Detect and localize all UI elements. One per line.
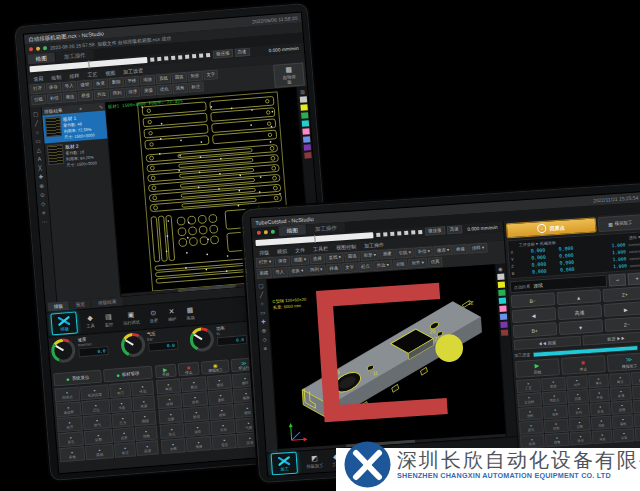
- machine-button[interactable]: ▪ 除尘: [159, 423, 185, 439]
- layer-chip[interactable]: [390, 232, 394, 236]
- draw-tool-icon[interactable]: ⊙: [40, 192, 45, 198]
- layer-chip[interactable]: [411, 230, 415, 234]
- machine-button[interactable]: ▪ 润滑: [185, 421, 211, 437]
- machine-button[interactable]: ▪ 吹气: [82, 414, 111, 430]
- menu-item[interactable]: 绘制: [51, 73, 61, 80]
- axis-jog-button[interactable]: 高速: [557, 304, 602, 320]
- toolbar-button[interactable]: 新建: [256, 268, 271, 279]
- color-swatch[interactable]: [300, 104, 307, 111]
- toolbar-button[interactable]: 平移: [124, 76, 140, 87]
- quick-button[interactable]: 高速: [446, 225, 461, 234]
- machine-button[interactable]: ▪ 水阀: [160, 438, 186, 454]
- toolbar-button[interactable]: 排序: [125, 87, 141, 98]
- toolbar-button[interactable]: 补偿: [46, 93, 62, 104]
- toolbar-button[interactable]: 文字: [203, 69, 219, 80]
- menu-item[interactable]: 文件: [295, 246, 305, 253]
- machine-button[interactable]: ▪ 抬枪: [135, 425, 157, 441]
- draw-tool-icon[interactable]: ≡: [263, 345, 267, 351]
- toolbar-button[interactable]: 打开: [30, 83, 46, 94]
- toolbar-button[interactable]: 阵列: [109, 88, 125, 99]
- run-action-button[interactable]: ■ 停止: [561, 355, 606, 375]
- machine-button[interactable]: ▪ 抬枪: [591, 416, 613, 430]
- toolbar-button[interactable]: 导入: [272, 267, 287, 278]
- toolbar-button[interactable]: 引线 ▾: [395, 247, 414, 258]
- toolbar-button[interactable]: 矩形: [187, 71, 203, 82]
- color-swatch[interactable]: [498, 282, 505, 288]
- layer-chip[interactable]: [150, 57, 154, 61]
- machine-button[interactable]: ▪ 退料: [208, 389, 234, 405]
- menu-item[interactable]: 加工操作: [364, 241, 384, 248]
- machine-button[interactable]: ▪ 卡盘: [111, 397, 133, 413]
- run-action-button[interactable]: ▶ 开始: [154, 364, 176, 379]
- toolbar-button[interactable]: 直线 ▾: [325, 252, 344, 263]
- maximize-icon[interactable]: [43, 46, 47, 50]
- nav-item[interactable]: ⊙ 设置: [149, 309, 158, 324]
- toolbar-button[interactable]: 微连: [62, 92, 78, 103]
- draw-tool-icon[interactable]: ✚: [38, 174, 43, 180]
- layer-chip[interactable]: [178, 55, 182, 59]
- color-swatch[interactable]: [498, 290, 505, 296]
- minimize-icon[interactable]: [36, 47, 40, 51]
- machine-button[interactable]: ▪ 定位: [81, 399, 110, 415]
- machine-button[interactable]: ▪ 回零: [567, 389, 589, 403]
- quick-button[interactable]: 微连接: [213, 49, 233, 59]
- toolbar-button[interactable]: 优化: [157, 84, 173, 95]
- layer-icon[interactable]: ▥: [300, 89, 305, 94]
- machine-button[interactable]: ▪ 走边框: [517, 392, 542, 407]
- toolbar-button[interactable]: 引线: [31, 94, 47, 105]
- run-action-button[interactable]: ■ 停止: [177, 362, 199, 377]
- machine-button[interactable]: ▪ 标定: [114, 442, 136, 458]
- toolbar-button[interactable]: 测量: [380, 249, 395, 260]
- machine-button[interactable]: ▪ 回原点: [54, 386, 80, 402]
- machine-button[interactable]: ▪ 断点: [181, 376, 207, 392]
- axis-jog-button[interactable]: Z+: [602, 286, 640, 302]
- quick-button[interactable]: 微连接: [425, 226, 445, 235]
- machine-button[interactable]: ▪ 吹气: [568, 403, 590, 417]
- color-swatch[interactable]: [499, 305, 506, 311]
- run-action-button[interactable]: ◉ 模拟加工: [201, 359, 230, 374]
- menu-item[interactable]: 加工设置: [123, 67, 143, 75]
- draw-tool-icon[interactable]: ╱: [35, 120, 39, 126]
- toolbar-button[interactable]: 仿真: [428, 257, 443, 268]
- color-swatch[interactable]: [497, 274, 504, 280]
- machine-button[interactable]: ▪ 测厚: [186, 436, 212, 452]
- list-icon[interactable]: ≡: [79, 106, 82, 111]
- system-button[interactable]: ● 系统复位: [53, 370, 102, 387]
- machine-button[interactable]: ▪ 寻边: [131, 381, 153, 397]
- layer-chip[interactable]: [206, 53, 210, 57]
- close-icon[interactable]: [257, 231, 261, 235]
- draw-tool-icon[interactable]: ⊕: [39, 183, 44, 189]
- toolbar-button[interactable]: 补偿 ▾: [414, 246, 433, 257]
- close-icon[interactable]: [29, 47, 33, 51]
- color-swatch[interactable]: [499, 297, 506, 303]
- machine-button[interactable]: ▪ 单段: [156, 378, 182, 394]
- color-swatch[interactable]: [301, 120, 308, 127]
- toolbar-button[interactable]: 圆弧: [345, 251, 360, 262]
- draw-tool-icon[interactable]: ▭: [260, 309, 266, 315]
- draw-tool-icon[interactable]: ▢: [258, 283, 264, 289]
- machine-button[interactable]: ▪ 照明: [183, 406, 209, 422]
- machine-button[interactable]: ▪ 调高: [85, 444, 114, 460]
- machine-button[interactable]: ▪ 清渣: [136, 440, 158, 456]
- toolbar-button[interactable]: 保存: [275, 256, 290, 267]
- axis-jog-button[interactable]: ▲: [556, 289, 601, 305]
- machine-button[interactable]: ▪ 切割: [544, 419, 569, 434]
- nav-item[interactable]: ▦ 高级: [185, 306, 194, 321]
- draw-tool-icon[interactable]: ≡: [42, 210, 46, 216]
- machine-button[interactable]: ▪ 交换: [158, 408, 184, 424]
- toolbar-button[interactable]: 直线: [156, 73, 172, 84]
- layer-chip[interactable]: [171, 56, 175, 60]
- quick-button[interactable]: 高速: [234, 48, 250, 57]
- machine-button[interactable]: ▪ 巡边: [211, 434, 237, 450]
- toolbar-button[interactable]: 清角: [172, 83, 188, 94]
- maximize-icon[interactable]: [271, 230, 275, 234]
- machine-button[interactable]: ▪ 松开: [57, 416, 83, 432]
- machine-button[interactable]: ▪ 跟随: [134, 410, 156, 426]
- draw-tool-icon[interactable]: ○: [260, 301, 264, 307]
- toolbar-button[interactable]: 样条: [326, 263, 341, 274]
- machine-button[interactable]: ▪ 卡盘: [589, 388, 611, 402]
- toolbar-button[interactable]: 保存: [46, 82, 62, 93]
- minimize-icon[interactable]: [264, 230, 268, 234]
- layer-chip[interactable]: [199, 53, 203, 57]
- machine-button[interactable]: ▪ 机床回零: [80, 384, 109, 400]
